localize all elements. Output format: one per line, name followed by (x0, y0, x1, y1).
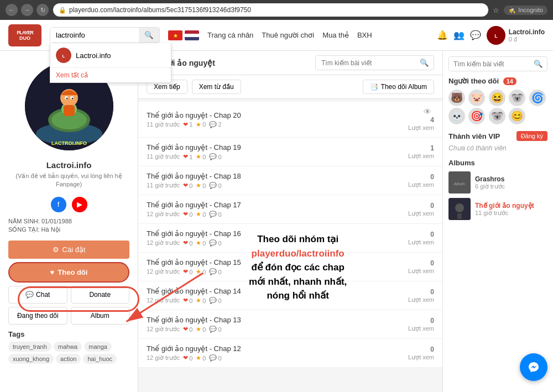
chapter-item-8[interactable]: Thế giới ảo nguyệt - Chap 12 12 giờ trướ… (138, 339, 442, 368)
url-bar[interactable]: 🔒 playerduo.com/lactroinfo/albums/5ec317… (53, 3, 488, 17)
chapter-left: Thế giới ảo nguyệt - Chap 19 11 giờ trướ… (147, 143, 408, 160)
user-badge[interactable]: L Lactroi.info 0 đ (487, 26, 545, 45)
middle-content: thế giới ảo nguyệt 🔍 Xem tiếp Xem từ đầu… (138, 51, 442, 392)
refresh-button[interactable]: ↻ (36, 4, 49, 16)
follower-avatar-0[interactable]: 🐻 (448, 90, 465, 106)
social-icons: f ▶ (0, 194, 138, 218)
album-item-1[interactable]: Thế giới ảo nguyệt 11 giờ trước (448, 198, 547, 220)
tag-item[interactable]: manga (84, 342, 112, 352)
vietnam-flag[interactable] (168, 30, 182, 40)
search-dropdown-item[interactable]: L Lactroi.info (50, 43, 171, 67)
album-info-1: Thế giới ảo nguyệt 11 giờ trước (475, 202, 547, 217)
notification-icon[interactable]: 🔔 (437, 30, 448, 40)
heart-icon: ♥ (50, 268, 55, 276)
chapter-title: Thế giới ảo nguyệt - Chap 20 (147, 111, 408, 119)
search-posts-button[interactable]: 🔍 (415, 56, 434, 70)
tag-item[interactable]: hai_huoc (83, 354, 117, 364)
follower-avatar-1[interactable]: 🐷 (468, 90, 485, 106)
follower-avatar-7[interactable]: 🐨 (489, 108, 505, 124)
followers-count: 14 (503, 77, 517, 85)
city-info: SỐNG TẠI: Hà Nội (8, 226, 129, 233)
search-posts-box: 🔍 (315, 55, 434, 70)
search-submit-button[interactable]: 🔍 (139, 28, 159, 43)
svg-rect-20 (457, 213, 462, 219)
user-info: Lactroi.info 0 đ (509, 28, 545, 43)
search-container: 🔍 L Lactroi.info Xem tất cả (50, 27, 160, 43)
follower-avatar-2[interactable]: 😆 (489, 90, 505, 106)
us-flag[interactable] (185, 30, 199, 40)
chat-button[interactable]: 💬 Chat (8, 286, 67, 304)
svg-text:LACTROI.INFO: LACTROI.INFO (51, 140, 87, 146)
user-name: Lactroi.info (509, 28, 545, 36)
follower-avatar-4[interactable]: 🌀 (529, 90, 546, 106)
chat-icon: 💬 (25, 291, 34, 299)
chapter-item-1[interactable]: Thế giới ảo nguyệt - Chap 19 11 giờ trướ… (138, 138, 442, 166)
dropdown-item-name: Lactroi.info (76, 51, 111, 60)
donate-button[interactable]: Donate (71, 286, 130, 304)
nav-topup[interactable]: Mua thẻ (322, 31, 349, 39)
chapter-item-2[interactable]: Thế giới ảo nguyệt - Chap 18 11 giờ trướ… (138, 166, 442, 195)
messages-icon[interactable]: 💬 (470, 30, 481, 40)
comments-reaction: 💬2 (209, 121, 221, 128)
follow-album-button[interactable]: 📑 Theo dõi Album (363, 80, 434, 94)
nav-ranking[interactable]: BXH (357, 31, 372, 39)
settings-button[interactable]: ⚙ Cài đặt (8, 241, 129, 259)
profile-name: Lactroi.info (0, 156, 138, 172)
language-flags (168, 30, 199, 40)
nav-profile[interactable]: Trang cá nhân (207, 31, 253, 39)
follow-button[interactable]: ♥ Theo dõi (8, 262, 129, 283)
sidebar-search-button[interactable]: 🔍 (530, 57, 547, 71)
album-thumbnail-0: Album (448, 171, 471, 194)
album-info-0: Grashros 6 giờ trước (475, 175, 547, 190)
chapter-item-0[interactable]: Thế giới ảo nguyệt - Chap 20 11 giờ trướ… (138, 102, 442, 138)
forward-button[interactable]: → (21, 4, 33, 16)
tags-section: Tags truyen_tranh mahwa manga xuong_khon… (0, 325, 138, 364)
album-button[interactable]: Album (71, 307, 130, 325)
albums-section: Albums Album Grashros 6 giờ trước (448, 159, 547, 220)
follower-avatar-3[interactable]: 🐨 (509, 90, 525, 106)
user-avatar: L (487, 26, 505, 45)
facebook-icon[interactable]: f (51, 197, 66, 212)
nav-links: Trang cá nhân Thuê người chơi Mua thẻ BX… (207, 31, 372, 39)
bookmark-icon[interactable]: ☆ (493, 6, 499, 14)
profile-info: NĂM SINH: 01/01/1988 SỐNG TẠI: Hà Nội (0, 218, 138, 241)
main-container: LACTROI.INFO Lactroi.info (Vấn đề về bản… (0, 51, 553, 392)
action-row-2: Đang theo dõi Album (8, 307, 129, 325)
follower-avatar-6[interactable]: 🎯 (468, 108, 485, 124)
chapter-left: Thế giới ảo nguyệt - Chap 20 11 giờ trướ… (147, 111, 408, 128)
album-time-1: 11 giờ trước (475, 210, 547, 217)
svg-point-12 (66, 98, 67, 100)
search-dropdown: L Lactroi.info Xem tất cả (50, 43, 171, 83)
vip-register-button[interactable]: Đăng ký (517, 131, 547, 141)
chapter-item-3[interactable]: Thế giới ảo nguyệt - Chap 17 12 giờ trướ… (138, 195, 442, 224)
back-button[interactable]: ← (6, 4, 18, 16)
search-input[interactable] (50, 28, 139, 43)
chapter-item-6[interactable]: Thế giới ảo nguyệt - Chap 14 12 giờ trướ… (138, 281, 442, 310)
chapter-item-7[interactable]: Thế giới ảo nguyệt - Chap 13 12 giờ trướ… (138, 310, 442, 339)
albums-title: Albums (448, 159, 547, 167)
see-all-link[interactable]: Xem tất cả (50, 67, 171, 82)
tag-item[interactable]: mahwa (54, 342, 82, 352)
messenger-float-button[interactable] (520, 353, 547, 381)
tag-item[interactable]: truyen_tranh (8, 342, 51, 352)
site-logo[interactable]: PLAYER DUO (8, 24, 41, 46)
youtube-icon[interactable]: ▶ (72, 197, 87, 212)
album-item-0[interactable]: Album Grashros 6 giờ trước (448, 171, 547, 194)
following-button[interactable]: Đang theo dõi (8, 307, 67, 325)
followers-title: Người theo dõi 14 (448, 77, 547, 85)
svg-rect-14 (64, 105, 75, 116)
sidebar-search-input[interactable] (449, 57, 530, 71)
friends-icon[interactable]: 👥 (453, 30, 465, 40)
tag-item[interactable]: xuong_khong (8, 354, 54, 364)
lock-icon: 🔒 (59, 7, 66, 14)
search-posts-input[interactable] (316, 56, 415, 70)
nav-hire[interactable]: Thuê người chơi (262, 31, 314, 39)
follower-avatar-5[interactable]: 💀 (448, 108, 465, 124)
svg-point-19 (455, 203, 464, 212)
tag-item[interactable]: action (56, 354, 81, 364)
browser-controls: ← → ↻ (6, 4, 49, 16)
chapter-item-5[interactable]: Thế giới ảo nguyệt - Chap 15 12 giờ trướ… (138, 253, 442, 281)
follower-avatar-8[interactable]: 😊 (509, 108, 525, 124)
read-from-start-button[interactable]: Xem từ đầu (192, 80, 241, 94)
chapter-item-4[interactable]: Thế giới ảo nguyệt - Chap 16 12 giờ trướ… (138, 224, 442, 253)
